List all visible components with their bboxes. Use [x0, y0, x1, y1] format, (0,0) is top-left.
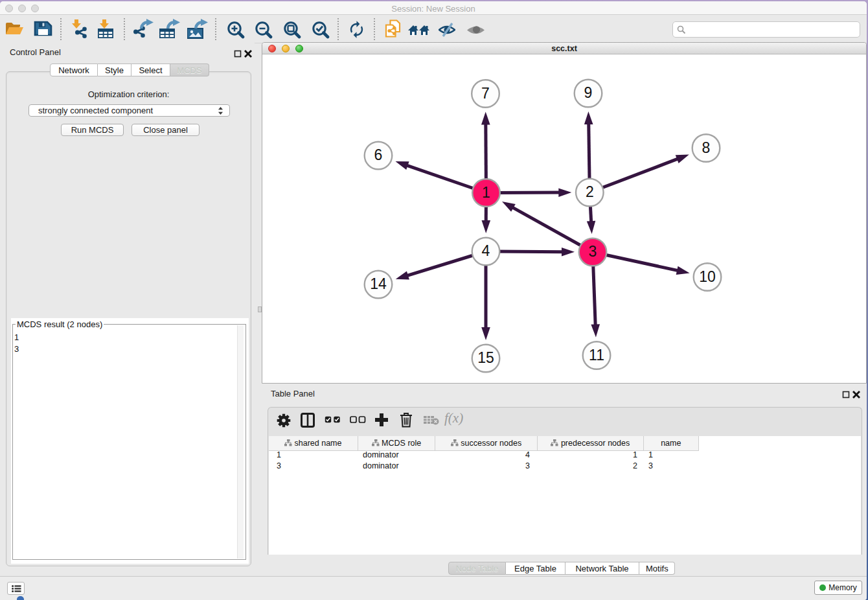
svg-text:6: 6: [374, 146, 383, 163]
svg-text:1: 1: [482, 184, 490, 201]
svg-text:8: 8: [702, 139, 711, 156]
svg-text:3: 3: [589, 243, 597, 260]
svg-text:9: 9: [584, 84, 593, 101]
svg-text:7: 7: [481, 85, 490, 102]
svg-text:10: 10: [699, 268, 716, 285]
svg-text:15: 15: [477, 349, 494, 366]
svg-text:11: 11: [589, 347, 604, 363]
svg-text:14: 14: [370, 275, 387, 292]
svg-text:4: 4: [482, 242, 490, 259]
svg-text:2: 2: [586, 183, 594, 200]
